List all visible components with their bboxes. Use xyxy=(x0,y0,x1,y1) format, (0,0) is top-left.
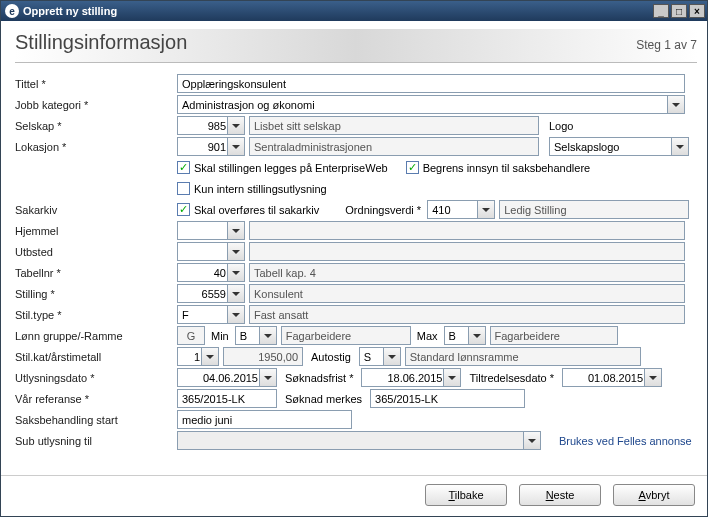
chevron-down-icon xyxy=(477,201,494,218)
lonn-min-select[interactable]: B xyxy=(235,326,277,345)
avbryt-button[interactable]: Avbryt xyxy=(613,484,695,506)
window-title: Opprett ny stilling xyxy=(23,5,117,17)
hjemmel-desc xyxy=(249,221,685,240)
chk-intern-label: Kun intern stillingsutlysning xyxy=(194,183,327,195)
chevron-down-icon xyxy=(227,222,244,239)
tittel-input[interactable] xyxy=(177,74,685,93)
brukes-felles-text: Brukes ved Felles annonse xyxy=(559,435,692,447)
lonn-g: G xyxy=(177,326,205,345)
label-stilkat: Stil.kat/årstimetall xyxy=(15,351,177,363)
label-min: Min xyxy=(211,330,229,342)
label-stiltype: Stil.type * xyxy=(15,309,177,321)
chevron-down-icon xyxy=(259,327,276,344)
chevron-down-icon xyxy=(227,117,244,134)
chevron-down-icon xyxy=(667,96,684,113)
chk-begrens[interactable] xyxy=(406,161,419,174)
saksbehandling-input[interactable] xyxy=(177,410,352,429)
selskap-value: 985 xyxy=(182,120,226,132)
stilling-value: 6559 xyxy=(182,288,226,300)
tilbake-button[interactable]: Tilbake xyxy=(425,484,507,506)
chevron-down-icon xyxy=(383,348,400,365)
label-saksbehandling: Saksbehandling start xyxy=(15,414,177,426)
stilling-select[interactable]: 6559 xyxy=(177,284,245,303)
label-utlysningsdato: Utlysningsdato * xyxy=(15,372,177,384)
close-button[interactable]: × xyxy=(689,4,705,18)
chevron-down-icon xyxy=(227,138,244,155)
page-title: Stillingsinformasjon xyxy=(15,31,636,54)
minimize-button[interactable]: _ xyxy=(653,4,669,18)
stilling-desc: Konsulent xyxy=(249,284,685,303)
soknadmerkes-input[interactable] xyxy=(370,389,525,408)
utlysningsdato-picker[interactable]: 04.06.2015 xyxy=(177,368,277,387)
selskap-select[interactable]: 985 xyxy=(177,116,245,135)
lokasjon-select[interactable]: 901 xyxy=(177,137,245,156)
chk-intern[interactable] xyxy=(177,182,190,195)
lonn-min-desc: Fagarbeidere xyxy=(281,326,411,345)
label-sakarkiv: Sakarkiv xyxy=(15,204,177,216)
label-lonngruppe: Lønn gruppe/-Ramme xyxy=(15,330,177,342)
logo-value: Selskapslogo xyxy=(554,141,670,153)
chevron-down-icon xyxy=(523,432,540,449)
subutlysning-select[interactable] xyxy=(177,431,541,450)
ordningsverdi-desc: Ledig Stilling xyxy=(499,200,689,219)
ordningsverdi-select[interactable]: 410 xyxy=(427,200,495,219)
tabellnr-value: 40 xyxy=(182,267,226,279)
chevron-down-icon xyxy=(468,327,485,344)
chevron-down-icon xyxy=(227,243,244,260)
stilkat-amount: 1950,00 xyxy=(223,347,303,366)
maximize-button[interactable]: □ xyxy=(671,4,687,18)
lokasjon-desc: Sentraladministrasjonen xyxy=(249,137,539,156)
label-lokasjon: Lokasjon * xyxy=(15,141,177,153)
chevron-down-icon xyxy=(259,369,276,386)
lonn-max-select[interactable]: B xyxy=(444,326,486,345)
varref-input[interactable] xyxy=(177,389,277,408)
label-tittel: Tittel * xyxy=(15,78,177,90)
chevron-down-icon xyxy=(443,369,460,386)
stiltype-desc: Fast ansatt xyxy=(249,305,685,324)
soknadsfrist-picker[interactable]: 18.06.2015 xyxy=(361,368,461,387)
label-ordningsverdi: Ordningsverdi * xyxy=(345,204,421,216)
neste-button[interactable]: Neste xyxy=(519,484,601,506)
label-subutlysning: Sub utlysning til xyxy=(15,435,177,447)
chevron-down-icon xyxy=(227,264,244,281)
autostig-select[interactable]: S xyxy=(359,347,401,366)
chevron-down-icon xyxy=(227,306,244,323)
chk-eweb[interactable] xyxy=(177,161,190,174)
label-hjemmel: Hjemmel xyxy=(15,225,177,237)
stilkat-select[interactable]: 1 xyxy=(177,347,219,366)
page-header: Stillingsinformasjon Steg 1 av 7 xyxy=(15,29,697,63)
label-soknadsfrist: Søknadsfrist * xyxy=(285,372,353,384)
selskap-desc: Lisbet sitt selskap xyxy=(249,116,539,135)
tiltredelsesdato-picker[interactable]: 01.08.2015 xyxy=(562,368,662,387)
chk-sakarkiv[interactable] xyxy=(177,203,190,216)
logo-select[interactable]: Selskapslogo xyxy=(549,137,689,156)
footer: Tilbake Neste Avbryt xyxy=(1,475,707,516)
label-tabellnr: Tabellnr * xyxy=(15,267,177,279)
label-logo: Logo xyxy=(549,120,573,132)
lonn-max-desc: Fagarbeidere xyxy=(490,326,618,345)
chevron-down-icon xyxy=(644,369,661,386)
hjemmel-select[interactable] xyxy=(177,221,245,240)
label-selskap: Selskap * xyxy=(15,120,177,132)
tabellnr-desc: Tabell kap. 4 xyxy=(249,263,685,282)
chk-sakarkiv-label: Skal overføres til sakarkiv xyxy=(194,204,319,216)
utbsted-select[interactable] xyxy=(177,242,245,261)
chevron-down-icon xyxy=(227,285,244,302)
app-icon: e xyxy=(5,4,19,18)
label-autostig: Autostig xyxy=(311,351,351,363)
label-tiltredelsesdato: Tiltredelsesdato * xyxy=(469,372,554,384)
label-utbsted: Utbsted xyxy=(15,246,177,258)
chk-eweb-label: Skal stillingen legges på EnterpriseWeb xyxy=(194,162,388,174)
label-soknadmerkes: Søknad merkes xyxy=(285,393,362,405)
utbsted-desc xyxy=(249,242,685,261)
chevron-down-icon xyxy=(671,138,688,155)
label-jobbkat: Jobb kategori * xyxy=(15,99,177,111)
chevron-down-icon xyxy=(201,348,218,365)
lokasjon-value: 901 xyxy=(182,141,226,153)
stiltype-select[interactable]: F xyxy=(177,305,245,324)
label-varref: Vår referanse * xyxy=(15,393,177,405)
jobbkat-select[interactable]: Administrasjon og økonomi xyxy=(177,95,685,114)
step-indicator: Steg 1 av 7 xyxy=(636,38,697,52)
label-max: Max xyxy=(417,330,438,342)
tabellnr-select[interactable]: 40 xyxy=(177,263,245,282)
